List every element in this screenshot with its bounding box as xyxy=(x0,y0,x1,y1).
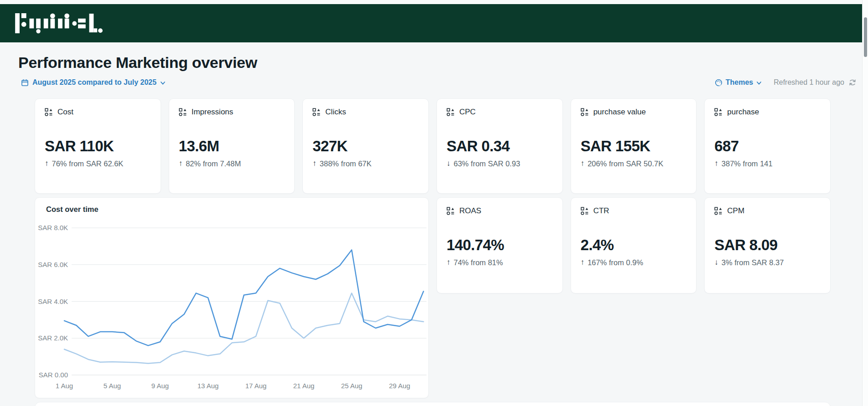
kpi-delta-text: 74% from 81% xyxy=(454,258,503,267)
kpi-label: Impressions xyxy=(192,108,234,117)
trend-up-icon: ↑ xyxy=(714,159,718,168)
kpi-card-impressions[interactable]: Impressions 13.6M ↑ 82% from 7.48M xyxy=(169,98,295,194)
kpi-delta-text: 3% from SAR 8.37 xyxy=(722,258,784,267)
kpi-delta: ↑ 167% from 0.9% xyxy=(581,258,687,267)
svg-text:SAR 2.0K: SAR 2.0K xyxy=(38,334,68,342)
kpi-value: SAR 110K xyxy=(45,138,151,155)
metric-icon xyxy=(447,207,455,215)
date-range-label: August 2025 compared to July 2025 xyxy=(32,78,156,87)
svg-text:29 Aug: 29 Aug xyxy=(389,382,411,390)
kpi-label: CPM xyxy=(727,206,744,216)
svg-text:SAR 8.0K: SAR 8.0K xyxy=(38,224,68,231)
kpi-card-roas[interactable]: ROAS 140.74% ↑ 74% from 81% xyxy=(437,197,563,293)
kpi-label: purchase value xyxy=(593,108,646,117)
trend-up-icon: ↑ xyxy=(312,159,317,168)
kpi-delta: ↑ 388% from 67K xyxy=(312,159,419,168)
metric-icon xyxy=(581,108,589,116)
svg-text:5 Aug: 5 Aug xyxy=(104,382,121,390)
kpi-value: SAR 0.34 xyxy=(447,138,553,155)
svg-text:SAR 4.0K: SAR 4.0K xyxy=(38,298,68,305)
metric-icon xyxy=(312,108,321,116)
kpi-card-cost[interactable]: Cost SAR 110K ↑ 76% from SAR 62.6K xyxy=(35,98,161,194)
trend-up-icon: ↑ xyxy=(581,159,585,168)
svg-text:13 Aug: 13 Aug xyxy=(198,382,219,390)
metric-icon xyxy=(714,207,722,215)
trend-up-icon: ↑ xyxy=(447,258,451,267)
svg-text:1 Aug: 1 Aug xyxy=(56,382,73,390)
metric-icon xyxy=(714,108,722,116)
kpi-card-cpc[interactable]: CPC SAR 0.34 ↓ 63% from SAR 0.93 xyxy=(437,98,563,194)
kpi-card-purchase-value[interactable]: purchase value SAR 155K ↑ 206% from SAR … xyxy=(571,98,697,194)
kpi-delta: ↑ 76% from SAR 62.6K xyxy=(45,159,151,168)
themes-label: Themes xyxy=(726,78,753,87)
kpi-value: 13.6M xyxy=(179,138,285,155)
kpi-delta-text: 206% from SAR 50.7K xyxy=(587,159,663,168)
kpi-card-clicks[interactable]: Clicks 327K ↑ 388% from 67K xyxy=(302,98,429,194)
kpi-value: 2.4% xyxy=(581,236,687,254)
dashboard: Performance Marketing overview August 20… xyxy=(0,52,868,406)
kpi-delta: ↑ 74% from 81% xyxy=(447,258,553,267)
metric-icon xyxy=(45,108,53,116)
calendar-icon xyxy=(21,79,29,87)
kpi-delta-text: 387% from 141 xyxy=(722,159,773,168)
date-range-selector[interactable]: August 2025 compared to July 2025 xyxy=(21,78,166,87)
metric-icon xyxy=(179,108,187,116)
metric-icon xyxy=(581,207,589,215)
trend-up-icon: ↑ xyxy=(581,258,585,267)
kpi-value: 140.74% xyxy=(447,236,553,254)
scrollbar-thumb[interactable] xyxy=(864,17,867,57)
kpi-delta: ↓ 3% from SAR 8.37 xyxy=(714,258,821,267)
svg-text:SAR 6.0K: SAR 6.0K xyxy=(38,261,68,268)
svg-text:SAR 0.00: SAR 0.00 xyxy=(39,371,68,379)
kpi-grid-row2: Cost over time SAR 8.0KSAR 6.0KSAR 4.0KS… xyxy=(35,197,831,398)
next-card-partial xyxy=(35,402,831,406)
chevron-down-icon xyxy=(160,81,166,86)
kpi-value: 687 xyxy=(714,138,821,155)
kpi-label: CPC xyxy=(459,108,476,117)
kpi-delta-text: 63% from SAR 0.93 xyxy=(453,159,520,168)
kpi-card-cpm[interactable]: CPM SAR 8.09 ↓ 3% from SAR 8.37 xyxy=(704,197,831,293)
page-title: Performance Marketing overview xyxy=(18,52,868,72)
kpi-label: Cost xyxy=(57,108,73,117)
kpi-card-ctr[interactable]: CTR 2.4% ↑ 167% from 0.9% xyxy=(571,197,697,293)
trend-down-icon: ↓ xyxy=(447,159,451,168)
metric-icon xyxy=(447,108,455,116)
vertical-scrollbar[interactable] xyxy=(862,0,868,406)
kpi-label: Clicks xyxy=(325,108,346,117)
kpi-value: SAR 155K xyxy=(581,138,687,155)
kpi-delta-text: 167% from 0.9% xyxy=(587,258,643,267)
funnel-logo xyxy=(15,13,104,34)
kpi-delta: ↑ 387% from 141 xyxy=(714,159,821,168)
app-header xyxy=(0,4,862,42)
kpi-delta-text: 82% from 7.48M xyxy=(186,159,241,168)
top-strip xyxy=(0,0,868,4)
chevron-down-icon xyxy=(756,81,762,86)
kpi-value: SAR 8.09 xyxy=(714,236,821,254)
refresh-icon[interactable] xyxy=(848,78,857,87)
kpi-delta-text: 76% from SAR 62.6K xyxy=(52,159,124,168)
cost-over-time-card[interactable]: Cost over time SAR 8.0KSAR 6.0KSAR 4.0KS… xyxy=(35,197,429,398)
themes-button[interactable]: Themes xyxy=(715,78,762,87)
kpi-label: purchase xyxy=(727,108,759,117)
kpi-delta: ↑ 206% from SAR 50.7K xyxy=(581,159,687,168)
kpi-delta-text: 388% from 67K xyxy=(320,159,372,168)
svg-text:17 Aug: 17 Aug xyxy=(245,382,267,390)
kpi-label: CTR xyxy=(593,206,609,216)
trend-up-icon: ↑ xyxy=(45,159,49,168)
refreshed-status: Refreshed 1 hour ago xyxy=(774,78,857,87)
svg-text:21 Aug: 21 Aug xyxy=(293,382,315,390)
kpi-card-purchase[interactable]: purchase 687 ↑ 387% from 141 xyxy=(704,98,831,194)
refreshed-label: Refreshed 1 hour ago xyxy=(774,78,844,87)
cost-over-time-chart: SAR 8.0KSAR 6.0KSAR 4.0KSAR 2.0KSAR 0.00… xyxy=(35,198,429,399)
trend-down-icon: ↓ xyxy=(714,258,718,267)
kpi-delta: ↑ 82% from 7.48M xyxy=(179,159,285,168)
toolbar: August 2025 compared to July 2025 Themes xyxy=(0,77,868,88)
kpi-delta: ↓ 63% from SAR 0.93 xyxy=(447,159,553,168)
palette-icon xyxy=(715,79,722,87)
svg-text:25 Aug: 25 Aug xyxy=(341,382,363,390)
kpi-value: 327K xyxy=(312,138,419,155)
svg-text:9 Aug: 9 Aug xyxy=(151,382,169,390)
kpi-grid-row1: Cost SAR 110K ↑ 76% from SAR 62.6K Impre… xyxy=(35,98,831,194)
kpi-label: ROAS xyxy=(459,206,481,216)
trend-up-icon: ↑ xyxy=(179,159,183,168)
